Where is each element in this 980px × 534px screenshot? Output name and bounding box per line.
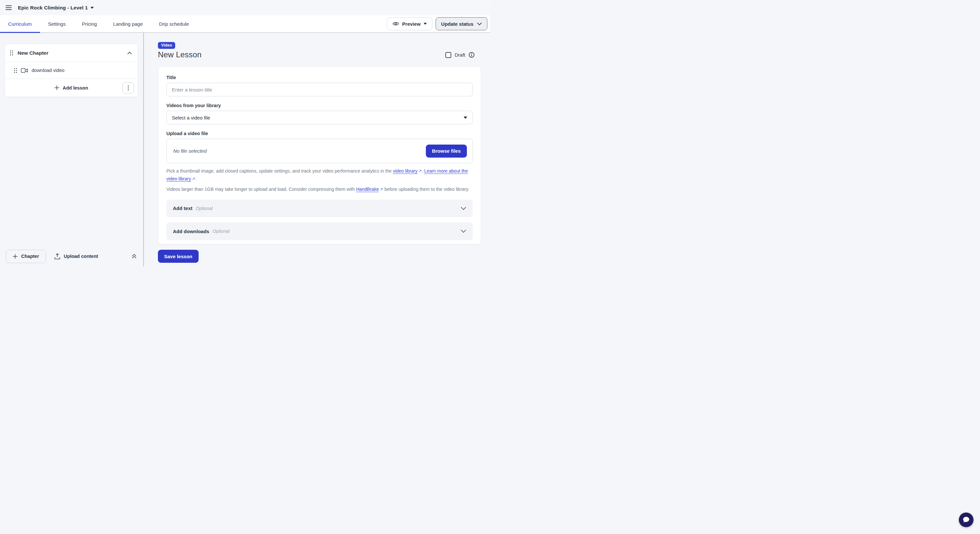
add-lesson-row: Add lesson <box>5 78 138 97</box>
plus-icon <box>54 85 59 90</box>
save-lesson-button[interactable]: Save lesson <box>158 250 199 263</box>
video-library-help-text: Pick a thumbnail image, add closed capti… <box>166 167 473 183</box>
chevron-down-icon <box>477 22 482 25</box>
help-text: . <box>422 168 424 173</box>
file-upload-area: No file selected Browse files <box>166 139 473 163</box>
lesson-editor: Video New Lesson Draft Title Videos from… <box>144 33 490 266</box>
topbar: Epic Rock Climbing - Level 1 <box>0 0 490 15</box>
external-link-icon: ↗ <box>418 167 422 175</box>
tab-actions: Preview Update status <box>387 17 487 30</box>
no-file-text: No file selected <box>173 148 207 154</box>
lesson-form-card: Title Videos from your library Select a … <box>158 66 481 245</box>
tabs: Curriculum Settings Pricing Landing page… <box>0 15 197 32</box>
curriculum-sidebar: New Chapter download video <box>0 33 144 266</box>
link-label: video library <box>393 168 417 173</box>
preview-button[interactable]: Preview <box>387 17 433 30</box>
lesson-row[interactable]: download video <box>5 62 138 78</box>
help-text: before uploading them to the video libra… <box>383 187 469 192</box>
upload-icon <box>54 253 60 259</box>
video-library-select[interactable]: Select a video file <box>166 111 473 124</box>
add-lesson-label: Add lesson <box>62 85 88 91</box>
external-link-icon: ↗ <box>192 175 195 183</box>
compression-help-text: Videos larger than 1GB may take longer t… <box>166 186 473 194</box>
update-status-label: Update status <box>441 21 473 27</box>
video-library-select-value: Select a video file <box>172 115 210 121</box>
plus-icon <box>13 254 18 259</box>
chevron-down-icon <box>461 207 466 210</box>
page-title: New Lesson <box>158 51 202 59</box>
update-status-button[interactable]: Update status <box>436 17 487 30</box>
handbrake-link[interactable]: HandBrake↗ <box>356 187 383 192</box>
collapse-chapter-button[interactable] <box>127 51 132 55</box>
browse-files-button[interactable]: Browse files <box>426 145 467 157</box>
upload-content-label: Upload content <box>64 254 98 259</box>
lesson-title-input[interactable] <box>166 83 473 96</box>
optional-label: Optional <box>196 206 213 211</box>
course-title: Epic Rock Climbing - Level 1 <box>18 5 88 11</box>
link-label: HandBrake <box>356 187 379 192</box>
sidebar-footer: Chapter Upload content <box>0 246 143 266</box>
collapse-all-button[interactable] <box>131 253 137 259</box>
chapter-title: New Chapter <box>18 50 49 56</box>
add-downloads-section[interactable]: Add downloads Optional <box>166 222 473 240</box>
double-chevron-up-icon <box>132 254 137 259</box>
drag-handle-icon[interactable] <box>10 50 13 56</box>
external-link-icon: ↗ <box>380 186 383 193</box>
hamburger-menu-icon[interactable] <box>4 4 13 11</box>
tab-curriculum[interactable]: Curriculum <box>0 15 40 32</box>
chapter-row[interactable]: New Chapter <box>5 44 138 62</box>
tab-pricing[interactable]: Pricing <box>74 15 105 32</box>
help-text: . <box>195 176 197 181</box>
add-chapter-label: Chapter <box>21 254 39 259</box>
upload-field-label: Upload a video file <box>166 131 473 136</box>
video-library-link[interactable]: video library↗ <box>393 168 422 173</box>
tab-landing-page[interactable]: Landing page <box>105 15 151 32</box>
lesson-title: download video <box>32 68 64 73</box>
tab-settings[interactable]: Settings <box>40 15 74 32</box>
section-title: Add downloads <box>173 229 209 234</box>
preview-label: Preview <box>402 21 421 27</box>
course-title-menu[interactable]: Epic Rock Climbing - Level 1 <box>18 5 94 11</box>
add-chapter-button[interactable]: Chapter <box>6 250 46 263</box>
title-field-label: Title <box>166 75 473 80</box>
draft-checkbox[interactable] <box>445 52 451 58</box>
chevron-down-icon <box>461 230 466 233</box>
add-text-section[interactable]: Add text Optional <box>166 200 473 217</box>
draft-label: Draft <box>455 52 465 58</box>
lesson-header: Video New Lesson Draft <box>158 42 481 59</box>
draft-toggle-group: Draft <box>445 52 475 58</box>
help-text: Pick a thumbnail image, add closed capti… <box>166 168 393 173</box>
caret-down-icon <box>91 7 94 9</box>
content: New Chapter download video <box>0 33 490 266</box>
info-icon[interactable] <box>469 52 475 58</box>
upload-content-button[interactable]: Upload content <box>54 253 98 259</box>
lesson-type-badge: Video <box>158 42 175 49</box>
video-camera-icon <box>21 68 28 73</box>
eye-icon <box>392 21 399 26</box>
drag-handle-icon[interactable] <box>14 68 17 73</box>
help-text: Videos larger than 1GB may take longer t… <box>166 187 356 192</box>
library-field-label: Videos from your library <box>166 103 473 108</box>
tabbar: Curriculum Settings Pricing Landing page… <box>0 15 490 33</box>
caret-down-icon <box>464 116 467 119</box>
tab-drip-schedule[interactable]: Drip schedule <box>151 15 197 32</box>
add-lesson-button[interactable]: Add lesson <box>54 85 88 91</box>
section-title: Add text <box>173 205 192 211</box>
caret-down-icon <box>423 23 427 25</box>
chapter-options-button[interactable] <box>123 82 134 94</box>
chapter-card: New Chapter download video <box>5 44 138 97</box>
optional-label: Optional <box>213 229 229 234</box>
kebab-menu-icon <box>127 85 129 91</box>
